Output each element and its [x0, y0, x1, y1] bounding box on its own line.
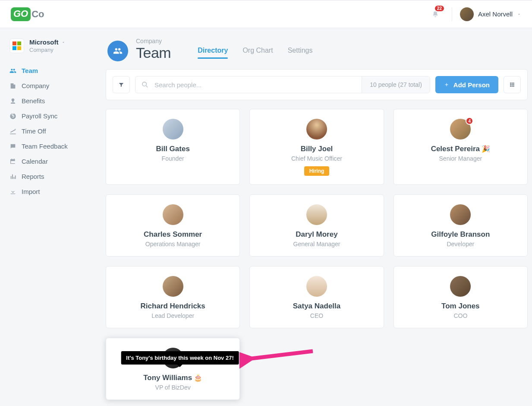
person-title: Founder: [162, 155, 184, 162]
page-header: Company Team DirectoryOrg ChartSettings: [106, 38, 528, 61]
tab-settings[interactable]: Settings: [288, 45, 313, 61]
payroll-icon: [9, 113, 16, 120]
sidebar-item-team[interactable]: Team: [5, 63, 96, 78]
person-avatar: [163, 276, 183, 297]
person-card[interactable]: Satya NadellaCEO: [249, 266, 384, 328]
person-avatar: [450, 276, 471, 297]
person-avatar: [306, 119, 327, 140]
person-name: Tom Jones: [441, 302, 479, 311]
sidebar-item-label: Company: [22, 82, 49, 89]
person-avatar: [306, 204, 327, 225]
notification-badge: 22: [434, 5, 445, 12]
logo-suffix: Co: [31, 9, 44, 20]
person-title: CEO: [310, 312, 323, 319]
top-header: GO Co 22 Axel Norvell: [0, 0, 532, 28]
sidebar-item-benefits[interactable]: Benefits: [5, 94, 96, 108]
sidebar-item-label: Import: [22, 188, 40, 195]
sidebar-item-time-off[interactable]: Time Off: [5, 124, 96, 138]
search-input[interactable]: [154, 76, 362, 93]
search-field: 10 people (27 total): [135, 76, 430, 93]
divider: [452, 7, 452, 21]
person-avatar: [163, 204, 183, 225]
sidebar-item-label: Calendar: [22, 158, 48, 165]
person-card[interactable]: Bill GatesFounder: [106, 109, 240, 185]
annotation-arrow: [239, 346, 321, 372]
people-grid: Bill GatesFounderBilly JoelChief Music O…: [106, 109, 528, 400]
avatar-badge: 4: [466, 117, 473, 125]
person-card[interactable]: Billy JoelChief Music OfficerHiring: [249, 109, 384, 185]
grid-icon: [509, 82, 515, 88]
toolbar: 10 people (27 total) Add Person: [106, 69, 528, 100]
chevron-down-icon: [61, 40, 66, 44]
person-name: Daryl Morey: [296, 230, 337, 239]
sidebar-item-calendar[interactable]: Calendar: [5, 154, 96, 168]
person-card[interactable]: Richard HendricksLead Developer: [106, 266, 240, 328]
reports-icon: [9, 173, 16, 180]
person-card[interactable]: Charles SommerOperations Manager: [106, 194, 240, 257]
person-card[interactable]: Daryl MoreyGeneral Manager: [249, 194, 384, 257]
import-icon: [9, 188, 16, 195]
filter-icon: [118, 82, 124, 88]
people-count: 10 people (27 total): [362, 76, 430, 93]
grid-view-button[interactable]: [504, 76, 521, 93]
person-name: Charles Sommer: [144, 230, 202, 239]
sidebar-item-company[interactable]: Company: [5, 79, 96, 93]
page-title: Team: [136, 44, 171, 61]
person-title: Developer: [447, 241, 474, 247]
person-title: COO: [453, 312, 467, 319]
sidebar-item-import[interactable]: Import: [5, 184, 96, 199]
person-card[interactable]: Gilfoyle BransonDeveloper: [393, 194, 528, 257]
person-name: Celest Pereira🎉: [431, 145, 490, 153]
person-card[interactable]: Tom JonesCOO: [393, 266, 528, 328]
person-card[interactable]: 4Celest Pereira🎉Senior Manager: [393, 109, 528, 185]
sidebar-item-payroll-sync[interactable]: Payroll Sync: [5, 109, 96, 123]
sidebar-item-team-feedback[interactable]: Team Feedback: [5, 139, 96, 153]
page-pretitle: Company: [136, 38, 171, 44]
search-icon: [142, 81, 148, 88]
tab-org-chart[interactable]: Org Chart: [242, 45, 273, 61]
sidebar-item-label: Reports: [22, 173, 44, 180]
person-card[interactable]: Tony Williams🎂VP of BizDevIt's Tony's bi…: [106, 338, 240, 400]
feedback-icon: [9, 143, 16, 150]
people-icon: [113, 46, 123, 56]
add-person-button[interactable]: Add Person: [435, 76, 498, 93]
svg-line-0: [248, 351, 313, 359]
company-icon: [9, 82, 16, 89]
add-person-label: Add Person: [453, 81, 490, 89]
hiring-tag: Hiring: [304, 166, 330, 176]
person-title: Operations Manager: [145, 241, 201, 247]
user-name: Axel Norvell: [478, 10, 513, 18]
tabs: DirectoryOrg ChartSettings: [198, 45, 312, 61]
brand-logo[interactable]: GO Co: [11, 7, 44, 21]
sidebar-item-reports[interactable]: Reports: [5, 169, 96, 184]
person-avatar: [306, 276, 327, 297]
sidebar-item-label: Benefits: [22, 97, 45, 105]
person-avatar: [450, 204, 471, 225]
sidebar-item-label: Time Off: [22, 127, 46, 135]
company-subtitle: Company: [29, 47, 66, 53]
nav-list: TeamCompanyBenefitsPayroll SyncTime OffT…: [5, 63, 96, 199]
timeoff-icon: [9, 128, 16, 135]
sidebar: Microsoft Company TeamCompanyBenefitsPay…: [0, 28, 101, 406]
person-title: Chief Music Officer: [291, 155, 342, 162]
tab-directory[interactable]: Directory: [198, 45, 228, 61]
notifications-button[interactable]: 22: [427, 6, 444, 23]
person-title: VP of BizDev: [155, 384, 191, 391]
person-title: General Manager: [293, 241, 340, 247]
company-selector[interactable]: Microsoft Company: [5, 36, 96, 56]
sidebar-item-label: Payroll Sync: [22, 112, 57, 120]
user-menu[interactable]: Axel Norvell: [460, 7, 521, 21]
person-name: Tony Williams🎂: [143, 374, 202, 382]
person-name: Richard Hendricks: [141, 302, 205, 311]
search-icon-box: [135, 76, 154, 93]
team-icon: [9, 67, 16, 74]
company-logo: [9, 38, 24, 53]
calendar-icon: [9, 158, 16, 165]
filter-button[interactable]: [113, 76, 130, 93]
person-title: Lead Developer: [151, 312, 194, 319]
person-name: Bill Gates: [156, 145, 189, 153]
team-icon-circle: [107, 41, 128, 61]
plus-icon: [444, 82, 449, 87]
emoji-icon: 🎂: [194, 374, 202, 381]
user-avatar: [460, 7, 474, 21]
